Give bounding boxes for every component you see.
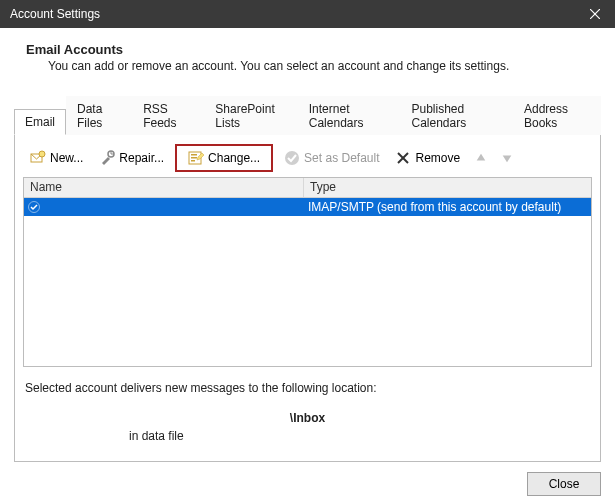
tab-data-files[interactable]: Data Files bbox=[66, 96, 132, 135]
remove-icon bbox=[395, 150, 411, 166]
arrow-up-icon bbox=[475, 152, 487, 164]
repair-label: Repair... bbox=[119, 151, 164, 165]
delivery-datafile: in data file bbox=[25, 429, 590, 443]
header-title: Email Accounts bbox=[26, 42, 589, 57]
table-header: Name Type bbox=[24, 178, 591, 198]
remove-account-button[interactable]: Remove bbox=[388, 145, 467, 171]
svg-point-9 bbox=[285, 151, 299, 165]
tab-email[interactable]: Email bbox=[14, 109, 66, 135]
remove-label: Remove bbox=[415, 151, 460, 165]
svg-rect-6 bbox=[191, 154, 197, 156]
tab-body: New... Repair... Change... bbox=[14, 134, 601, 462]
cell-type: IMAP/SMTP (send from this account by def… bbox=[304, 200, 591, 214]
move-down-button bbox=[497, 148, 517, 168]
check-icon bbox=[284, 150, 300, 166]
set-default-label: Set as Default bbox=[304, 151, 379, 165]
change-label: Change... bbox=[208, 151, 260, 165]
col-type[interactable]: Type bbox=[304, 178, 591, 197]
new-label: New... bbox=[50, 151, 83, 165]
header-description: You can add or remove an account. You ca… bbox=[26, 59, 589, 73]
tab-internet-calendars[interactable]: Internet Calendars bbox=[298, 96, 401, 135]
accounts-toolbar: New... Repair... Change... bbox=[19, 143, 596, 177]
svg-rect-7 bbox=[191, 157, 197, 159]
default-check-icon bbox=[28, 201, 40, 213]
tab-published-calendars[interactable]: Published Calendars bbox=[400, 96, 513, 135]
change-account-button[interactable]: Change... bbox=[181, 145, 267, 171]
window-title: Account Settings bbox=[10, 7, 100, 21]
new-account-button[interactable]: New... bbox=[23, 145, 90, 171]
svg-rect-8 bbox=[191, 160, 195, 162]
close-dialog-button[interactable]: Close bbox=[527, 472, 601, 496]
delivery-info: Selected account delivers new messages t… bbox=[19, 367, 596, 443]
change-highlight: Change... bbox=[175, 144, 273, 172]
table-row[interactable]: IMAP/SMTP (send from this account by def… bbox=[24, 198, 591, 216]
cell-name bbox=[24, 201, 304, 213]
delivery-location: \Inbox bbox=[25, 411, 590, 425]
col-name[interactable]: Name bbox=[24, 178, 304, 197]
new-icon bbox=[30, 150, 46, 166]
content: Email Data Files RSS Feeds SharePoint Li… bbox=[0, 83, 615, 462]
dialog-footer: Close bbox=[0, 462, 615, 503]
delivery-msg: Selected account delivers new messages t… bbox=[25, 381, 590, 395]
set-default-button: Set as Default bbox=[277, 145, 386, 171]
arrow-down-icon bbox=[501, 152, 513, 164]
tabs-strip: Email Data Files RSS Feeds SharePoint Li… bbox=[14, 95, 601, 134]
close-icon bbox=[590, 9, 600, 19]
repair-icon bbox=[99, 150, 115, 166]
title-bar: Account Settings bbox=[0, 0, 615, 28]
tab-address-books[interactable]: Address Books bbox=[513, 96, 601, 135]
header-block: Email Accounts You can add or remove an … bbox=[0, 28, 615, 83]
accounts-table: Name Type IMAP/SMTP (send from this acco… bbox=[23, 177, 592, 367]
change-icon bbox=[188, 150, 204, 166]
svg-point-3 bbox=[39, 151, 45, 157]
repair-account-button[interactable]: Repair... bbox=[92, 145, 171, 171]
move-up-button bbox=[471, 148, 491, 168]
tab-rss-feeds[interactable]: RSS Feeds bbox=[132, 96, 204, 135]
tab-sharepoint-lists[interactable]: SharePoint Lists bbox=[204, 96, 297, 135]
close-button[interactable] bbox=[575, 0, 615, 28]
